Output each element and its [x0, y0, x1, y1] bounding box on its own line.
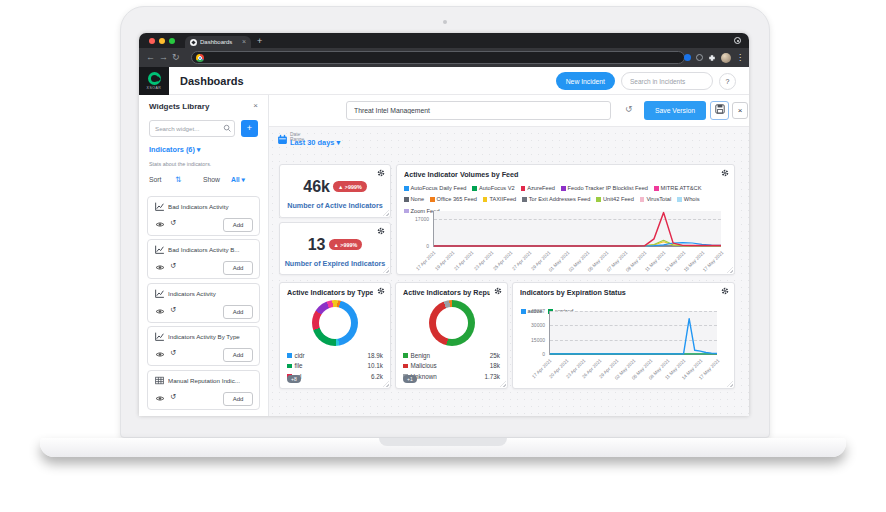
tab-close-icon[interactable]: × [242, 39, 246, 45]
add-widget-button[interactable]: + [241, 120, 258, 137]
new-tab-button[interactable]: + [257, 36, 262, 46]
dashboard-main: ↺ Save Version × Date Range Last 30 days… [269, 95, 749, 416]
legend-swatch [404, 209, 409, 214]
address-bar[interactable] [191, 51, 685, 64]
tab-overflow-icon[interactable] [734, 37, 741, 44]
history-icon[interactable]: ↺ [170, 392, 176, 401]
add-widget-to-dashboard-button[interactable]: Add [223, 218, 253, 232]
search-incidents-input[interactable] [621, 72, 713, 90]
add-widget-to-dashboard-button[interactable]: Add [223, 348, 253, 362]
legend-swatch [522, 197, 527, 202]
search-icon [223, 124, 232, 133]
legend-swatch [472, 186, 477, 191]
show-filter-dropdown[interactable]: All ▾ [231, 176, 245, 184]
calendar-icon [277, 134, 288, 145]
active-indicators-widget: 46k▲ >999% Number of Active Indicators [279, 164, 391, 218]
widget-settings-icon[interactable] [494, 287, 502, 295]
back-button[interactable]: ← [146, 51, 155, 63]
resize-handle[interactable] [727, 267, 733, 273]
sidebar-title: Widgets Library [149, 102, 209, 111]
save-as-button[interactable] [710, 101, 729, 120]
widget-settings-icon[interactable] [721, 287, 729, 295]
eye-icon[interactable] [155, 263, 165, 272]
widget-name: Indicators Activity By Type [168, 333, 256, 340]
resize-handle[interactable] [727, 381, 733, 387]
window-close-button[interactable] [149, 38, 155, 44]
legend-swatch [677, 197, 682, 202]
expired-indicators-value: 13 [308, 236, 326, 253]
forward-button[interactable]: → [159, 51, 168, 63]
close-edit-button[interactable]: × [732, 102, 748, 119]
widget-name: Indicators Activity [168, 290, 256, 297]
new-incident-button[interactable]: New Incident [556, 72, 615, 90]
chrome-logo-icon [196, 54, 204, 62]
sort-icon[interactable]: ⇅ [175, 175, 181, 184]
xsoar-logo[interactable]: XSOAR [139, 67, 169, 95]
legend-item: None [404, 195, 424, 203]
history-icon[interactable]: ↺ [170, 348, 176, 357]
history-icon[interactable]: ↺ [170, 261, 176, 270]
legend-swatch [483, 197, 488, 202]
more-slices-badge[interactable]: +8 [287, 375, 301, 383]
reload-button[interactable]: ↻ [172, 51, 180, 63]
window-zoom-button[interactable] [169, 38, 175, 44]
sort-label: Sort [149, 176, 161, 183]
delta-badge: ▲ >999% [333, 181, 367, 192]
webcam-dot [443, 20, 447, 24]
tab-favicon-icon [190, 39, 197, 46]
history-icon[interactable]: ↺ [170, 305, 176, 314]
browser-menu-icon[interactable]: ⋮ [736, 53, 744, 63]
expiration-chart-plot [549, 311, 717, 355]
add-widget-to-dashboard-button[interactable]: Add [223, 305, 253, 319]
category-dropdown[interactable]: Indicators (6) ▾ [149, 145, 201, 154]
add-widget-to-dashboard-button[interactable]: Add [223, 392, 253, 406]
widget-settings-icon[interactable] [377, 169, 385, 177]
eye-icon[interactable] [155, 394, 165, 403]
more-slices-badge[interactable]: +1 [403, 375, 417, 383]
info-circle-icon[interactable] [696, 54, 703, 61]
extension-badge-icon[interactable] [684, 54, 691, 61]
legend-item: MITRE ATT&CK [654, 184, 701, 192]
sidebar-close-icon[interactable]: × [253, 101, 258, 110]
widget-settings-icon[interactable] [721, 169, 729, 177]
window-controls [149, 38, 175, 44]
extensions-puzzle-icon[interactable] [708, 54, 716, 62]
browser-tab[interactable]: Dashboards × [185, 36, 251, 48]
widget-name: Bad Indicators Activity B... [168, 246, 256, 253]
add-widget-to-dashboard-button[interactable]: Add [223, 261, 253, 275]
widget-settings-icon[interactable] [377, 287, 385, 295]
resize-handle[interactable] [383, 381, 389, 387]
resize-handle[interactable] [500, 381, 506, 387]
undo-icon[interactable]: ↺ [625, 104, 633, 114]
widget-settings-icon[interactable] [377, 227, 385, 235]
legend-item: Whois [677, 195, 699, 203]
help-button[interactable]: ? [719, 73, 736, 90]
laptop-screen: Dashboards × + ← → ↻ ⋮ [120, 6, 770, 438]
y-axis-tick: 15000 [519, 337, 545, 343]
widget-label: Number of Expired Indicators [280, 259, 390, 268]
indicators-by-reputation-widget: Active Indicators by Repu... Benign25kMa… [395, 282, 508, 389]
line-chart-icon [154, 244, 165, 255]
dashboard-edit-toolbar: ↺ Save Version × [269, 95, 749, 127]
expiration-status-widget: Indicators by Expiration Status activeex… [512, 282, 735, 389]
date-range-value[interactable]: Last 30 days ▾ [290, 138, 340, 147]
save-version-button[interactable]: Save Version [644, 101, 706, 120]
app-header: XSOAR Dashboards New Incident ? [139, 67, 749, 95]
category-description: Stats about the indicators. [149, 161, 211, 167]
resize-handle[interactable] [383, 210, 389, 216]
profile-avatar[interactable] [721, 53, 731, 63]
legend-item: Malicious18k [403, 361, 500, 372]
legend-swatch [403, 364, 408, 369]
legend-swatch [404, 197, 409, 202]
eye-icon[interactable] [155, 350, 165, 359]
widget-list-item: Bad Indicators Activity B... ↺ Add [147, 239, 260, 279]
widget-label: Number of Active Indicators [280, 201, 390, 210]
eye-icon[interactable] [155, 307, 165, 316]
history-icon[interactable]: ↺ [170, 218, 176, 227]
donut-chart [312, 300, 358, 346]
window-minimize-button[interactable] [159, 38, 165, 44]
dashboard-name-input[interactable] [346, 101, 611, 120]
eye-icon[interactable] [155, 220, 165, 229]
donut-legend: Benign25kMalicious18kUnknown1.73k [403, 350, 500, 382]
legend-item: Feodo Tracker IP Blocklist Feed [561, 184, 648, 192]
